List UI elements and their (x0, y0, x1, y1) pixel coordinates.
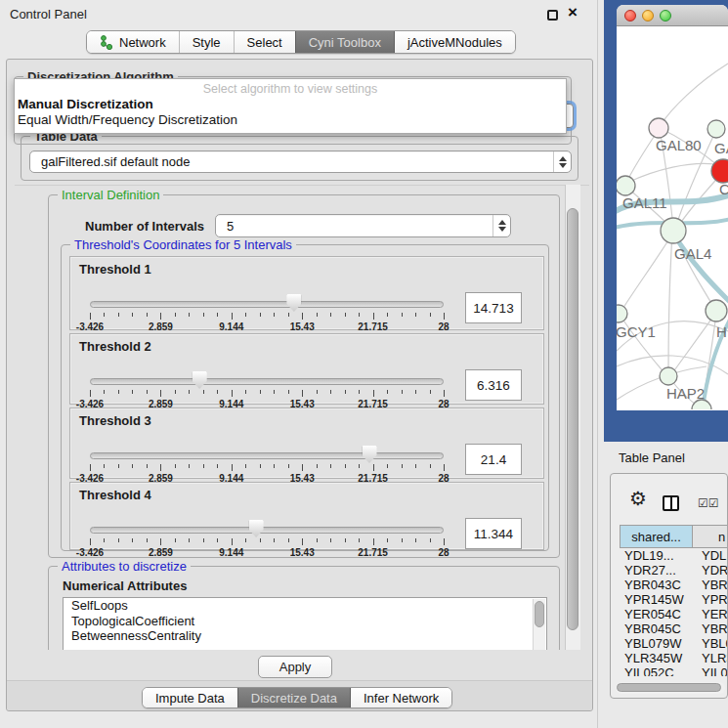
tab-infer-network[interactable]: Infer Network (350, 688, 451, 707)
thresholds-group: Threshold's Coordinates for 5 Intervals … (61, 244, 549, 551)
tab-jactivemnodules[interactable]: jActiveMNodules (394, 31, 515, 53)
table-row[interactable]: YPR145WYPR1 (620, 592, 728, 607)
network-node[interactable] (661, 218, 686, 243)
panel-divider[interactable] (597, 0, 598, 728)
network-window: GAL80GALCGAL11GAL4GCY1HHAP2 (617, 5, 728, 410)
network-node[interactable] (617, 176, 635, 195)
slider-ticks (90, 390, 444, 398)
scrollbar-thumb[interactable] (535, 601, 544, 627)
tab-network-label: Network (119, 35, 166, 50)
network-window-titlebar[interactable] (617, 5, 728, 26)
slider-track[interactable] (90, 527, 444, 534)
table-panel: ⚙ ☑☑ shared... n YDL19...YDL1YDR27...YDR… (610, 473, 728, 699)
column-header-name[interactable]: n (693, 525, 728, 548)
table-row[interactable]: YBR043CYBR0 (620, 578, 728, 592)
scrollbar-thumb[interactable] (617, 683, 721, 692)
tab-cyni-toolbox[interactable]: Cyni Toolbox (295, 31, 394, 53)
gear-icon[interactable]: ⚙ (629, 487, 647, 510)
group-title: Interval Definition (58, 188, 163, 202)
threshold-panel: Threshold 1-3.4262.8599.14415.4321.71528… (69, 256, 544, 330)
tab-discretize-data[interactable]: Discretize Data (237, 688, 350, 707)
settings-scroll-viewport: Interval Definition Number of Intervals … (15, 185, 589, 650)
network-node[interactable] (617, 305, 627, 322)
attribute-list-item[interactable]: BetweennessCentrality (64, 628, 546, 644)
table-row[interactable]: YIL052CYIL0 (620, 665, 728, 676)
node-label: HAP2 (666, 385, 705, 402)
table-rows: YDL19...YDL1YDR27...YDR2YBR043CYBR0YPR14… (620, 548, 728, 676)
control-panel-tabs: Network Style Select Cyni Toolbox jActiv… (86, 30, 516, 54)
scrollbar-thumb[interactable] (567, 208, 578, 630)
network-node[interactable] (660, 367, 677, 385)
table-row[interactable]: YDL19...YDL1 (620, 548, 728, 563)
slider-track[interactable] (90, 378, 444, 385)
list-scrollbar[interactable] (533, 599, 545, 650)
table-row[interactable]: YLR345WYLR3 (620, 651, 728, 665)
threshold-value-field[interactable]: 14.713 (465, 292, 522, 323)
threshold-value-field[interactable]: 11.344 (465, 518, 522, 549)
threshold-panel: Threshold 3-3.4262.8599.14415.4321.71528… (69, 407, 544, 479)
tick-label: -3.426 (76, 547, 104, 558)
table-header: shared... n (620, 525, 728, 548)
close-traffic-light-icon[interactable] (624, 10, 636, 21)
attribute-list-item[interactable]: TopologicalCoefficient (64, 614, 546, 629)
column-manager-icon[interactable] (663, 495, 679, 511)
tab-style[interactable]: Style (179, 31, 234, 53)
network-node[interactable] (711, 159, 728, 183)
slider-thumb[interactable] (193, 371, 207, 389)
num-intervals-combobox[interactable]: 5 (215, 214, 511, 237)
slider-thumb[interactable] (249, 520, 264, 537)
network-window-frame: GAL80GALCGAL11GAL4GCY1HHAP2 (604, 0, 728, 442)
network-node[interactable] (707, 120, 725, 138)
minimize-traffic-light-icon[interactable] (642, 10, 654, 21)
dropdown-option-equal-width[interactable]: Equal Width/Frequency Discretization (15, 111, 566, 127)
vertical-scrollbar[interactable] (565, 185, 580, 650)
attribute-list-item[interactable]: SelfLoops (64, 598, 546, 614)
tab-network[interactable]: Network (87, 31, 179, 53)
slider-ticks (90, 538, 444, 546)
threshold-value-field[interactable]: 6.316 (465, 369, 522, 401)
tick-label: 15.43 (290, 547, 315, 558)
node-label: GAL11 (622, 194, 667, 211)
control-panel-window: Control Panel × Network Style Select Cyn… (0, 0, 597, 728)
table-data-combobox[interactable]: galFiltered.sif default node (29, 150, 572, 173)
numerical-attributes-list[interactable]: SelfLoopsTopologicalCoefficientBetweenne… (63, 597, 547, 650)
table-row[interactable]: YBL079WYBL0 (620, 636, 728, 651)
group-title: Threshold's Coordinates for 5 Intervals (70, 237, 296, 252)
threshold-label: Threshold 4 (79, 488, 151, 502)
node-label: GAL4 (674, 245, 711, 262)
tick-label: -3.426 (76, 321, 104, 332)
checkbox-icons[interactable]: ☑☑ (698, 496, 719, 510)
column-header-shared[interactable]: shared... (620, 525, 693, 548)
horizontal-scrollbar[interactable] (616, 682, 725, 694)
group-title: Attributes to discretize (58, 559, 191, 574)
float-window-icon[interactable] (547, 10, 558, 21)
table-row[interactable]: YER054CYER0 (620, 607, 728, 621)
slider-tick-labels: -3.4262.8599.14415.4321.71528 (90, 321, 444, 332)
interval-definition-group: Interval Definition Number of Intervals … (48, 194, 560, 558)
close-icon[interactable]: × (568, 3, 578, 22)
tick-label: 15.43 (290, 321, 315, 332)
tab-impute-data[interactable]: Impute Data (143, 688, 237, 707)
table-panel-title: Table Panel (619, 450, 685, 465)
slider-thumb[interactable] (363, 446, 377, 463)
zoom-traffic-light-icon[interactable] (660, 10, 671, 21)
apply-button[interactable]: Apply (258, 656, 332, 678)
algorithm-dropdown-popup: Select algorithm to view settings Manual… (14, 78, 567, 134)
panel-title: Control Panel (10, 7, 87, 21)
network-node[interactable] (706, 300, 727, 321)
dropdown-option-manual[interactable]: Manual Discretization (15, 96, 566, 111)
slider-track[interactable] (90, 452, 444, 459)
table-data-group: Table Data galFiltered.sif default node (21, 136, 578, 181)
network-node[interactable] (649, 118, 668, 138)
cyni-toolbox-panel: Discretization Algorithm Select algorith… (6, 59, 593, 711)
table-row[interactable]: YBR045CYBR0 (620, 621, 728, 636)
slider-thumb[interactable] (286, 294, 301, 312)
threshold-label: Threshold 1 (79, 262, 151, 277)
dropdown-prompt[interactable]: Select algorithm to view settings (15, 79, 566, 96)
slider-ticks (90, 313, 444, 321)
table-row[interactable]: YDR27...YDR2 (620, 563, 728, 578)
slider-track[interactable] (90, 301, 444, 308)
network-canvas[interactable]: GAL80GALCGAL11GAL4GCY1HHAP2 (617, 26, 728, 409)
threshold-value-field[interactable]: 21.4 (465, 444, 522, 475)
tab-select[interactable]: Select (234, 31, 295, 53)
